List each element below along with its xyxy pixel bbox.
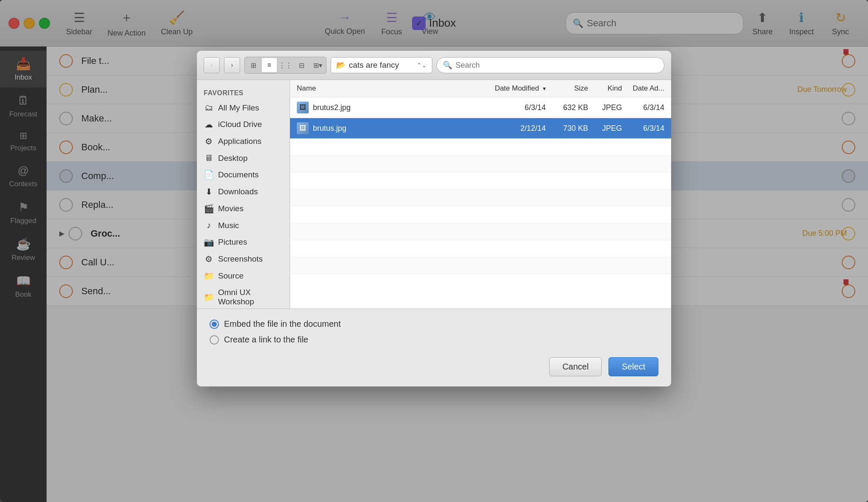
list-view-button[interactable]: ≡ [262, 58, 277, 72]
sidebar-label-applications: Applications [218, 137, 261, 146]
music-icon: ♪ [204, 221, 214, 230]
dialog-search-box[interactable]: 🔍 [437, 57, 664, 73]
sidebar-item-desktop[interactable]: 🖥 Desktop [197, 150, 290, 166]
sidebar-item-icloud-drive[interactable]: ☁ iCloud Drive [197, 116, 290, 133]
omni-ux-icon: 📁 [204, 292, 214, 302]
col-kind[interactable]: Kind [588, 84, 622, 93]
file-date: 6/3/14 [487, 103, 546, 112]
col-date-added[interactable]: Date Ad... [622, 84, 664, 93]
sidebar-label-all-my-files: All My Files [218, 103, 259, 113]
sidebar-label-desktop: Desktop [218, 154, 248, 163]
file-list-header: Name Date Modified ▾ Size Kind Date Ad..… [290, 80, 671, 97]
file-size: 730 KB [546, 124, 588, 133]
file-name: brutus.jpg [313, 124, 487, 133]
dialog-search-icon: 🔍 [443, 61, 452, 70]
sidebar-label-downloads: Downloads [218, 187, 258, 196]
dialog-footer: Embed the file in the document Create a … [197, 309, 671, 386]
file-kind: JPEG [588, 124, 622, 133]
file-name: brutus2.jpg [313, 103, 487, 112]
file-row-empty [290, 207, 671, 223]
file-thumbnail: 🖼 [297, 102, 309, 113]
sort-arrow: ▾ [543, 85, 546, 92]
file-row[interactable]: 🖼 brutus2.jpg 6/3/14 632 KB JPEG 6/3/14 [290, 97, 671, 118]
folder-icon: 📂 [336, 61, 346, 70]
sidebar-label-movies: Movies [218, 204, 243, 213]
file-size: 632 KB [546, 103, 588, 112]
dialog-body: Favorites 🗂 All My Files ☁ iCloud Drive … [197, 80, 671, 309]
downloads-icon: ⬇ [204, 187, 214, 197]
embed-label: Embed the file in the document [224, 319, 341, 329]
sidebar-label-music: Music [218, 221, 239, 230]
file-row[interactable]: 🖼 brutus.jpg 2/12/14 730 KB JPEG 6/3/14 [290, 118, 671, 139]
sidebar-item-music[interactable]: ♪ Music [197, 217, 290, 234]
forward-button[interactable]: › [224, 57, 240, 73]
dialog-search-input[interactable] [456, 61, 658, 70]
cover-view-button[interactable]: ⊟ [294, 58, 309, 72]
sidebar-item-pictures[interactable]: 📷 Pictures [197, 234, 290, 251]
sidebar-item-documents[interactable]: 📄 Documents [197, 166, 290, 183]
file-dialog: ‹ › ⊞ ≡ ⋮⋮ ⊟ ⊞▾ 📂 cats are fancy ⌃⌄ 🔍 [197, 51, 671, 386]
view-mode-buttons: ⊞ ≡ ⋮⋮ ⊟ ⊞▾ [244, 57, 326, 74]
pictures-icon: 📷 [204, 237, 214, 247]
file-date: 2/12/14 [487, 124, 546, 133]
file-row-empty [290, 173, 671, 190]
col-size[interactable]: Size [546, 84, 588, 93]
location-picker[interactable]: 📂 cats are fancy ⌃⌄ [331, 57, 432, 73]
embed-option[interactable]: Embed the file in the document [210, 319, 658, 329]
location-text: cats are fancy [349, 61, 413, 70]
file-thumbnail: 🖼 [297, 122, 309, 134]
app-window: ☰ Sidebar ＋ New Action 🧹 Clean Up → Quic… [0, 0, 868, 502]
screenshots-icon: ⚙ [204, 254, 214, 264]
file-row-empty [290, 223, 671, 240]
source-icon: 📁 [204, 271, 214, 281]
sidebar-label-source: Source [218, 271, 243, 281]
icloud-icon: ☁ [204, 119, 214, 130]
back-button[interactable]: ‹ [204, 57, 220, 73]
sidebar-item-downloads[interactable]: ⬇ Downloads [197, 183, 290, 200]
col-name[interactable]: Name [297, 84, 487, 93]
file-list: Name Date Modified ▾ Size Kind Date Ad..… [290, 80, 671, 309]
sidebar-label-pictures: Pictures [218, 237, 247, 247]
sidebar-label-omni-ux: Omni UX Workshop [218, 288, 283, 306]
link-label: Create a link to the file [224, 335, 308, 345]
sidebar-item-movies[interactable]: 🎬 Movies [197, 200, 290, 217]
cancel-button[interactable]: Cancel [549, 357, 602, 376]
file-date-added: 6/3/14 [622, 103, 664, 112]
select-button[interactable]: Select [608, 357, 658, 376]
dialog-options: Embed the file in the document Create a … [210, 319, 658, 345]
favorites-heading: Favorites [197, 87, 290, 99]
applications-icon: ⚙ [204, 136, 214, 146]
sidebar-item-omni-ux[interactable]: 📁 Omni UX Workshop [197, 284, 290, 309]
file-row-empty [290, 257, 671, 274]
column-view-button[interactable]: ⋮⋮ [278, 58, 293, 72]
file-row-empty [290, 190, 671, 207]
dialog-action-buttons: Cancel Select [210, 357, 658, 376]
sidebar-label-icloud-drive: iCloud Drive [218, 120, 262, 129]
chevron-icon: ⌃⌄ [417, 62, 427, 69]
sidebar-label-screenshots: Screenshots [218, 254, 263, 264]
dialog-toolbar: ‹ › ⊞ ≡ ⋮⋮ ⊟ ⊞▾ 📂 cats are fancy ⌃⌄ 🔍 [197, 51, 671, 80]
file-row-empty [290, 139, 671, 156]
link-option[interactable]: Create a link to the file [210, 335, 658, 345]
sidebar-item-screenshots[interactable]: ⚙ Screenshots [197, 251, 290, 268]
sidebar-item-applications[interactable]: ⚙ Applications [197, 133, 290, 150]
link-radio[interactable] [210, 335, 219, 345]
embed-radio[interactable] [210, 320, 219, 329]
file-kind: JPEG [588, 103, 622, 112]
file-row-empty [290, 156, 671, 173]
col-date-modified[interactable]: Date Modified ▾ [487, 84, 546, 93]
radio-inner [212, 322, 217, 327]
movies-icon: 🎬 [204, 204, 214, 214]
view-options-button[interactable]: ⊞▾ [310, 58, 325, 72]
sidebar-item-all-my-files[interactable]: 🗂 All My Files [197, 99, 290, 116]
all-files-icon: 🗂 [204, 103, 214, 113]
desktop-icon: 🖥 [204, 153, 214, 163]
icon-view-button[interactable]: ⊞ [246, 58, 261, 72]
dialog-overlay[interactable]: ‹ › ⊞ ≡ ⋮⋮ ⊟ ⊞▾ 📂 cats are fancy ⌃⌄ 🔍 [0, 0, 868, 502]
file-row-empty [290, 240, 671, 257]
documents-icon: 📄 [204, 170, 214, 180]
sidebar-item-source[interactable]: 📁 Source [197, 268, 290, 284]
sidebar-label-documents: Documents [218, 170, 259, 179]
dialog-sidebar: Favorites 🗂 All My Files ☁ iCloud Drive … [197, 80, 290, 309]
file-date-added: 6/3/14 [622, 124, 664, 133]
